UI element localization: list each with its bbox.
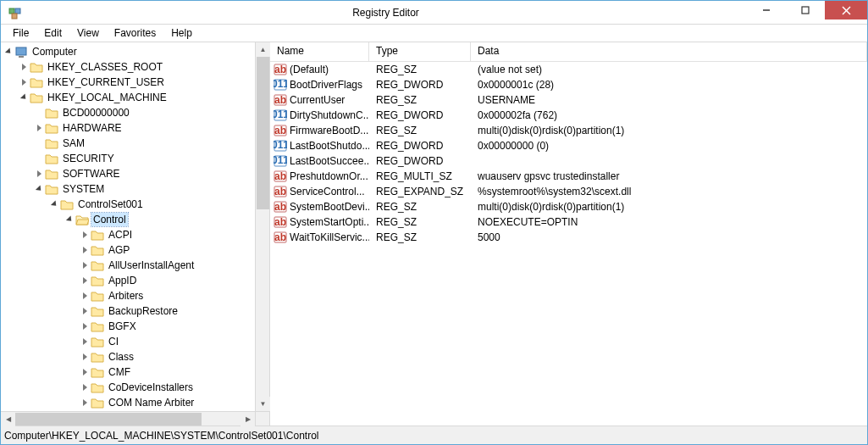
dword-icon: [274, 108, 287, 122]
tree-hscrollbar[interactable]: ◀ ▶: [1, 411, 255, 426]
tree-item[interactable]: AGP: [79, 242, 269, 258]
tree-security[interactable]: SECURITY: [33, 151, 269, 166]
menu-help[interactable]: Help: [164, 25, 199, 41]
dword-icon: [274, 139, 287, 153]
tree-system[interactable]: SYSTEM: [33, 181, 269, 197]
scroll-left-icon[interactable]: ◀: [1, 412, 15, 426]
folder-icon: [91, 397, 104, 409]
tree-item[interactable]: Class: [79, 349, 269, 364]
chevron-right-icon[interactable]: [18, 61, 30, 73]
menu-view[interactable]: View: [70, 25, 106, 41]
maximize-button[interactable]: [786, 1, 825, 19]
folder-icon: [91, 290, 104, 302]
chevron-right-icon[interactable]: [79, 366, 91, 378]
value-row[interactable]: SystemStartOpti...REG_SZ NOEXECUTE=OPTIN: [270, 214, 867, 230]
tree-item[interactable]: AllUserInstallAgent: [79, 258, 269, 273]
chevron-down-icon[interactable]: [3, 46, 14, 58]
chevron-right-icon[interactable]: [79, 351, 91, 363]
folder-icon: [91, 259, 104, 271]
chevron-right-icon[interactable]: [79, 275, 91, 286]
tree-cs001[interactable]: ControlSet001: [48, 197, 269, 212]
menu-file[interactable]: File: [6, 25, 36, 41]
scroll-down-icon[interactable]: ▼: [256, 397, 270, 411]
chevron-down-icon[interactable]: [64, 214, 75, 225]
value-name: LastBootShutdo...: [290, 140, 369, 152]
chevron-down-icon[interactable]: [33, 183, 45, 195]
value-row[interactable]: (Default)REG_SZ(value not set): [270, 62, 867, 77]
value-row[interactable]: LastBootSuccee...REG_DWORD: [270, 153, 867, 169]
tree-sam[interactable]: SAM: [33, 136, 269, 151]
menu-edit[interactable]: Edit: [37, 25, 69, 41]
chevron-right-icon[interactable]: [79, 244, 91, 256]
tree-root[interactable]: Computer: [3, 44, 269, 59]
scroll-up-icon[interactable]: ▲: [256, 42, 270, 57]
chevron-right-icon[interactable]: [18, 76, 30, 88]
value-name: CurrentUser: [290, 94, 345, 106]
value-row[interactable]: PreshutdownOr...REG_MULTI_SZwuauserv gps…: [270, 169, 867, 184]
tree-item[interactable]: CI: [79, 334, 269, 349]
minimize-button[interactable]: [747, 1, 786, 19]
tree-hardware[interactable]: HARDWARE: [33, 120, 269, 136]
value-name: BootDriverFlags: [290, 79, 362, 91]
tree-vscrollbar[interactable]: ▲ ▼: [255, 42, 269, 411]
tree-item[interactable]: ACPI: [79, 227, 269, 242]
tree-item[interactable]: BGFX: [79, 319, 269, 334]
value-name: LastBootSuccee...: [290, 155, 369, 167]
menu-favorites[interactable]: Favorites: [108, 25, 163, 41]
value-type: REG_SZ: [369, 201, 471, 213]
tree-hklm[interactable]: HKEY_LOCAL_MACHINE: [18, 90, 269, 105]
string-icon: [274, 170, 287, 183]
chevron-right-icon[interactable]: [79, 336, 91, 348]
value-row[interactable]: SystemBootDevi...REG_SZmulti(0)disk(0)rd…: [270, 199, 867, 214]
tree-item[interactable]: CMF: [79, 364, 269, 380]
content: Computer HKEY_CLASSES_ROOT HKEY_CURRENT_…: [1, 42, 867, 426]
value-type: REG_SZ: [369, 216, 471, 228]
tree-item[interactable]: Arbiters: [79, 288, 269, 303]
tree-item[interactable]: AppID: [79, 273, 269, 288]
tree-hkcr[interactable]: HKEY_CLASSES_ROOT: [18, 59, 269, 75]
scroll-thumb[interactable]: [15, 413, 202, 426]
chevron-right-icon[interactable]: [33, 168, 45, 180]
tree-item[interactable]: BackupRestore: [79, 303, 269, 319]
value-row[interactable]: FirmwareBootD...REG_SZmulti(0)disk(0)rdi…: [270, 123, 867, 138]
tree-hkcu[interactable]: HKEY_CURRENT_USER: [18, 75, 269, 90]
values-list[interactable]: (Default)REG_SZ(value not set)BootDriver…: [270, 62, 867, 426]
value-row[interactable]: CurrentUserREG_SZUSERNAME: [270, 92, 867, 108]
values-pane: Name Type Data (Default)REG_SZ(value not…: [270, 42, 867, 426]
scroll-thumb[interactable]: [257, 57, 269, 209]
tree-item[interactable]: COM Name Arbiter: [79, 395, 269, 410]
scroll-right-icon[interactable]: ▶: [240, 412, 255, 426]
chevron-right-icon[interactable]: [79, 305, 91, 317]
chevron-right-icon[interactable]: [33, 122, 45, 134]
value-data: 0x000002fa (762): [471, 109, 867, 121]
tree-item[interactable]: CoDeviceInstallers: [79, 380, 269, 395]
tree-bcd[interactable]: BCD00000000: [33, 105, 269, 120]
chevron-right-icon[interactable]: [79, 320, 91, 332]
folder-icon: [45, 183, 58, 195]
value-row[interactable]: LastBootShutdo...REG_DWORD0x00000000 (0): [270, 138, 867, 153]
folder-icon: [45, 153, 58, 164]
folder-icon: [91, 336, 104, 348]
tree-software[interactable]: SOFTWARE: [33, 166, 269, 181]
chevron-down-icon[interactable]: [48, 198, 60, 210]
value-row[interactable]: WaitToKillServic...REG_SZ5000: [270, 230, 867, 245]
folder-icon: [91, 305, 104, 317]
chevron-right-icon[interactable]: [79, 229, 91, 241]
chevron-down-icon[interactable]: [18, 92, 30, 103]
chevron-right-icon[interactable]: [79, 290, 91, 302]
chevron-right-icon[interactable]: [79, 381, 91, 393]
chevron-right-icon[interactable]: [79, 397, 91, 409]
header-data[interactable]: Data: [471, 42, 867, 61]
value-name: SystemBootDevi...: [290, 201, 369, 213]
registry-tree[interactable]: Computer HKEY_CLASSES_ROOT HKEY_CURRENT_…: [1, 42, 269, 426]
value-type: REG_SZ: [369, 231, 471, 243]
value-row[interactable]: DirtyShutdownC...REG_DWORD0x000002fa (76…: [270, 108, 867, 123]
tree-control[interactable]: Control: [64, 212, 269, 227]
close-button[interactable]: [825, 1, 867, 19]
value-row[interactable]: BootDriverFlagsREG_DWORD0x0000001c (28): [270, 77, 867, 92]
value-data: USERNAME: [471, 94, 867, 106]
header-type[interactable]: Type: [369, 42, 471, 61]
header-name[interactable]: Name: [270, 42, 369, 61]
chevron-right-icon[interactable]: [79, 259, 91, 271]
value-row[interactable]: ServiceControl...REG_EXPAND_SZ%systemroo…: [270, 184, 867, 199]
